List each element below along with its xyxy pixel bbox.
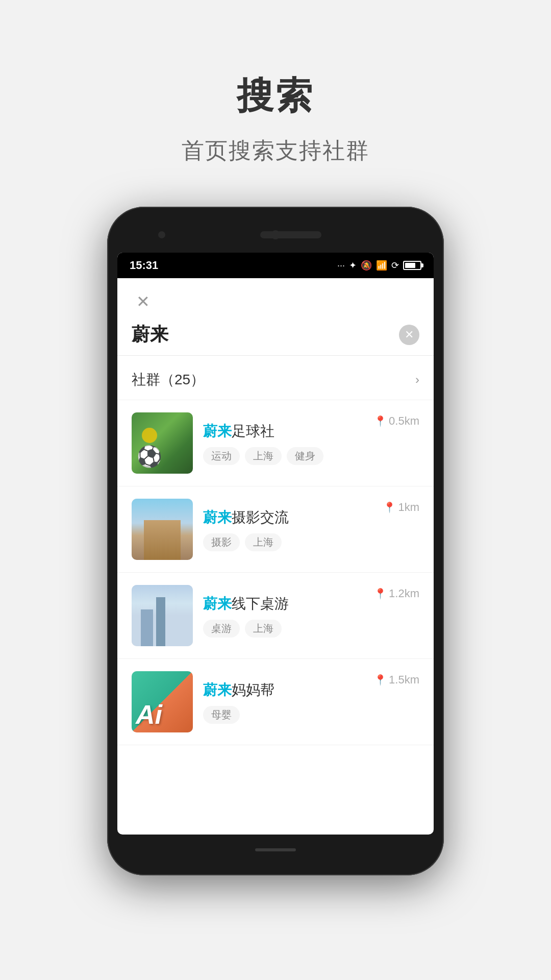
community-name: 蔚来妈妈帮: [203, 680, 364, 700]
community-tags: 母婴: [203, 706, 364, 724]
silent-icon: 🔕: [361, 260, 372, 271]
battery-icon: [403, 261, 421, 270]
distance-value: 1.2km: [389, 587, 419, 600]
community-info: 蔚来妈妈帮 母婴: [203, 680, 364, 724]
community-name: 蔚来足球社: [203, 421, 364, 441]
name-rest: 足球社: [232, 423, 274, 439]
list-item[interactable]: 蔚来摄影交流 摄影 上海 📍 1km: [117, 486, 434, 573]
distance-value: 1.5km: [389, 673, 419, 687]
community-thumbnail: Ai: [132, 671, 193, 732]
close-button[interactable]: ✕: [132, 290, 154, 313]
kids-thumb-text: Ai: [136, 699, 162, 730]
thumb-image: [132, 585, 193, 646]
page-title: 搜索: [237, 71, 314, 120]
community-distance: 📍 0.5km: [374, 412, 419, 428]
name-highlight: 蔚来: [203, 509, 232, 525]
bluetooth-icon: ✦: [349, 260, 357, 271]
search-query[interactable]: 蔚来: [132, 322, 399, 347]
phone-top-bar: [117, 217, 434, 253]
community-thumbnail: [132, 585, 193, 646]
clear-search-button[interactable]: ✕: [399, 325, 419, 345]
distance-value: 0.5km: [389, 414, 419, 428]
section-header[interactable]: 社群（25） ›: [117, 356, 434, 400]
close-icon: ✕: [136, 293, 150, 310]
location-icon: 📍: [374, 587, 387, 600]
list-item[interactable]: Ai 蔚来妈妈帮 母婴 📍: [117, 659, 434, 745]
community-tags: 运动 上海 健身: [203, 447, 364, 465]
title-area: 搜索 首页搜索支持社群: [0, 0, 551, 197]
community-info: 蔚来摄影交流 摄影 上海: [203, 507, 373, 551]
thumb-image: [132, 499, 193, 560]
community-distance: 📍 1.5km: [374, 671, 419, 687]
status-icons: ··· ✦ 🔕 📶 ⟳: [337, 260, 421, 271]
community-tags: 摄影 上海: [203, 533, 373, 551]
location-icon: 📍: [374, 674, 387, 686]
community-list: 蔚来足球社 运动 上海 健身 📍 0.5km: [117, 400, 434, 745]
location-icon: 📍: [374, 415, 387, 427]
community-info: 蔚来足球社 运动 上海 健身: [203, 421, 364, 465]
battery-fill: [405, 263, 415, 268]
community-info: 蔚来线下桌游 桌游 上海: [203, 594, 364, 638]
thumb-image: [132, 412, 193, 474]
community-distance: 📍 1.2km: [374, 585, 419, 600]
phone-screen: 15:31 ··· ✦ 🔕 📶 ⟳ ✕: [117, 253, 434, 835]
app-content: ✕ 蔚来 ✕ 社群（25） ›: [117, 278, 434, 745]
community-name: 蔚来摄影交流: [203, 507, 373, 527]
phone-sensor: [158, 231, 165, 238]
status-time: 15:31: [130, 259, 158, 272]
section-arrow-icon: ›: [415, 373, 419, 387]
list-item[interactable]: 蔚来足球社 运动 上海 健身 📍 0.5km: [117, 400, 434, 486]
phone-shell: 15:31 ··· ✦ 🔕 📶 ⟳ ✕: [107, 207, 444, 875]
signal-icon: ···: [337, 260, 345, 271]
search-row: 蔚来 ✕: [117, 318, 434, 356]
community-thumbnail: [132, 499, 193, 560]
tag: 上海: [245, 620, 282, 638]
wifi-icon: 📶: [376, 260, 387, 271]
tag: 上海: [245, 533, 282, 551]
name-rest: 线下桌游: [232, 596, 289, 611]
community-thumbnail: [132, 412, 193, 474]
page-subtitle: 首页搜索支持社群: [182, 136, 369, 166]
list-item[interactable]: 蔚来线下桌游 桌游 上海 📍 1.2km: [117, 573, 434, 659]
rotation-icon: ⟳: [391, 260, 399, 271]
tag: 母婴: [203, 706, 240, 724]
phone-bottom-bar: [117, 835, 434, 865]
tag: 运动: [203, 447, 240, 465]
tag: 桌游: [203, 620, 240, 638]
status-bar: 15:31 ··· ✦ 🔕 📶 ⟳: [117, 253, 434, 278]
close-row: ✕: [117, 278, 434, 318]
tag: 摄影: [203, 533, 240, 551]
thumb-image: Ai: [132, 671, 193, 732]
clear-icon: ✕: [405, 329, 414, 340]
name-highlight: 蔚来: [203, 682, 232, 698]
section-title: 社群（25）: [132, 370, 205, 389]
community-distance: 📍 1km: [383, 499, 419, 514]
name-rest: 妈妈帮: [232, 682, 274, 698]
home-indicator: [255, 848, 296, 851]
community-tags: 桌游 上海: [203, 620, 364, 638]
name-rest: 摄影交流: [232, 509, 289, 525]
tag: 健身: [287, 447, 323, 465]
phone-device: 15:31 ··· ✦ 🔕 📶 ⟳ ✕: [107, 207, 444, 875]
name-highlight: 蔚来: [203, 596, 232, 611]
tag: 上海: [245, 447, 282, 465]
phone-speaker: [260, 231, 321, 238]
distance-value: 1km: [398, 501, 419, 514]
community-name: 蔚来线下桌游: [203, 594, 364, 614]
location-icon: 📍: [383, 501, 396, 513]
name-highlight: 蔚来: [203, 423, 232, 439]
